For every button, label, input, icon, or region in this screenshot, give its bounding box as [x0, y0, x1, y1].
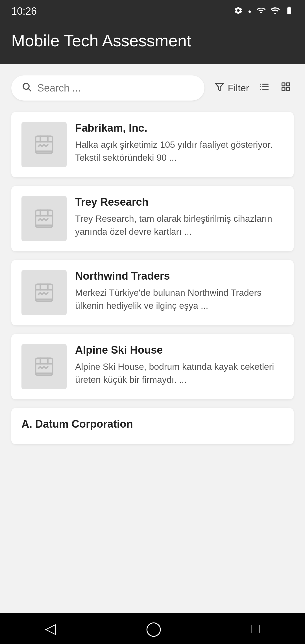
nav-back-button[interactable]: ◁	[45, 620, 56, 637]
svg-rect-11	[287, 83, 290, 86]
filter-button[interactable]: Filter	[213, 79, 251, 97]
card-thumbnail	[21, 196, 67, 241]
toolbar: Filter	[11, 75, 294, 101]
nav-recent-button[interactable]: □	[251, 620, 260, 637]
filter-label: Filter	[228, 82, 249, 93]
battery-icon	[285, 6, 294, 17]
card-thumbnail	[21, 122, 67, 167]
card-thumbnail	[21, 270, 67, 315]
status-icons: ●	[234, 6, 294, 17]
wifi-icon	[256, 6, 265, 17]
notification-dot-icon: ●	[248, 8, 251, 15]
back-icon: ◁	[45, 620, 56, 637]
list-view-icon	[259, 82, 269, 94]
search-icon	[21, 82, 32, 94]
search-input[interactable]	[37, 82, 194, 94]
card-description: Merkezi Türkiye'de bulunan Northwind Tra…	[75, 286, 284, 312]
card-title: Trey Research	[75, 196, 284, 208]
settings-icon	[234, 6, 243, 17]
card-description: Alpine Ski House, bodrum katında kayak c…	[75, 360, 284, 386]
main-content: Filter	[0, 64, 305, 456]
card-title: Alpine Ski House	[75, 344, 284, 356]
card-title: Northwind Traders	[75, 270, 284, 282]
app-header: Mobile Tech Assessment	[0, 23, 305, 64]
svg-rect-12	[287, 88, 290, 91]
svg-line-2	[29, 89, 31, 91]
card-title: A. Datum Corporation	[21, 418, 284, 430]
filter-icon	[215, 82, 224, 94]
card-info: Fabrikam, Inc. Halka açık şirketimiz 105…	[75, 122, 284, 164]
home-icon: ◯	[146, 620, 162, 637]
signal-icon	[271, 6, 280, 17]
list-item[interactable]: Trey Research Trey Research, tam olarak …	[11, 186, 294, 251]
svg-rect-10	[282, 83, 285, 86]
status-time: 10:26	[11, 5, 37, 17]
card-info: Alpine Ski House Alpine Ski House, bodru…	[75, 344, 284, 386]
grid-view-button[interactable]	[278, 79, 294, 97]
card-title: Fabrikam, Inc.	[75, 122, 284, 134]
status-bar: 10:26 ●	[0, 0, 305, 23]
card-description: Halka açık şirketimiz 105 yıldır faaliye…	[75, 138, 284, 164]
card-thumbnail	[21, 344, 67, 389]
svg-marker-3	[215, 83, 223, 91]
list-item[interactable]: Fabrikam, Inc. Halka açık şirketimiz 105…	[11, 112, 294, 177]
grid-view-icon	[281, 82, 291, 94]
cards-list: Fabrikam, Inc. Halka açık şirketimiz 105…	[11, 112, 294, 444]
list-item[interactable]: Alpine Ski House Alpine Ski House, bodru…	[11, 334, 294, 399]
list-item[interactable]: A. Datum Corporation	[11, 408, 294, 444]
list-item[interactable]: Northwind Traders Merkezi Türkiye'de bul…	[11, 260, 294, 325]
list-view-button[interactable]	[256, 79, 272, 97]
card-info: Trey Research Trey Research, tam olarak …	[75, 196, 284, 238]
card-info: Northwind Traders Merkezi Türkiye'de bul…	[75, 270, 284, 312]
recent-icon: □	[251, 620, 260, 637]
toolbar-right: Filter	[213, 79, 294, 97]
card-description: Trey Research, tam olarak birleştirilmiş…	[75, 212, 284, 238]
nav-home-button[interactable]: ◯	[146, 620, 162, 637]
svg-point-0	[274, 13, 276, 14]
search-box[interactable]	[11, 75, 204, 101]
svg-rect-13	[282, 88, 285, 91]
nav-bar: ◁ ◯ □	[0, 613, 305, 644]
app-title: Mobile Tech Assessment	[11, 31, 294, 50]
